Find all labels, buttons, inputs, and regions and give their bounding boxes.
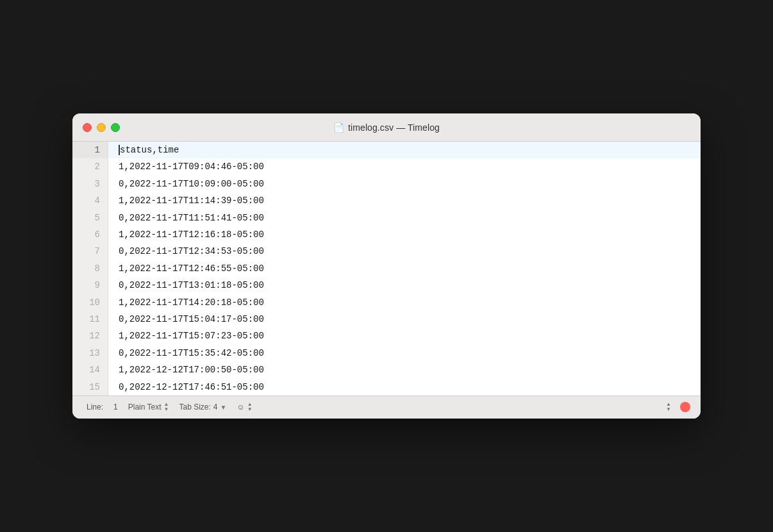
scroll-arrows-icon: ▲▼ (666, 402, 671, 412)
code-line-10: 1,2022-11-17T14:20:18-05:00 (108, 294, 701, 311)
line-number-7: 7 (72, 243, 108, 260)
line-number-display: 1 (110, 401, 122, 413)
line-number-6: 6 (72, 226, 108, 243)
line-number-8: 8 (72, 260, 108, 277)
emoji-arrows-icon: ▲▼ (247, 402, 253, 412)
code-line-11: 0,2022-11-17T15:04:17-05:00 (108, 311, 701, 328)
line-label-text: Line: (87, 403, 103, 411)
code-line-14: 1,2022-12-12T17:00:50-05:00 (108, 362, 701, 378)
code-line-15: 0,2022-12-12T17:46:51-05:00 (108, 379, 701, 395)
scroll-arrows[interactable]: ▲▼ (662, 401, 675, 413)
code-line-3: 0,2022-11-17T10:09:00-05:00 (108, 176, 701, 192)
text-cursor (119, 145, 120, 155)
titlebar: 📄 timelog.csv — Timelog (72, 113, 701, 142)
line-numbers: 123456789101112131415 (72, 142, 108, 395)
line-number-14: 14 (72, 362, 108, 378)
close-button[interactable] (83, 123, 92, 132)
line-number-value: 1 (113, 403, 118, 411)
file-icon: 📄 (333, 122, 344, 133)
code-area[interactable]: status,time1,2022-11-17T09:04:46-05:000,… (108, 142, 701, 395)
line-number-11: 11 (72, 311, 108, 328)
language-arrows-icon: ▲▼ (164, 402, 169, 412)
emoji-icon: ☺ (237, 403, 244, 411)
emoji-selector[interactable]: ☺ ▲▼ (233, 401, 256, 413)
line-number-4: 4 (72, 192, 108, 209)
line-number-9: 9 (72, 277, 108, 294)
editor-container: 123456789101112131415 status,time1,2022-… (72, 142, 701, 395)
tab-size-chevron-icon: ▼ (220, 404, 227, 411)
window-title: timelog.csv — Timelog (348, 122, 440, 133)
line-number-15: 15 (72, 379, 108, 395)
line-label: Line: (83, 401, 107, 413)
code-line-13: 0,2022-11-17T15:35:42-05:00 (108, 345, 701, 362)
line-number-13: 13 (72, 345, 108, 362)
line-number-1: 1 (72, 142, 108, 158)
status-dot (680, 402, 690, 412)
tab-size-selector[interactable]: Tab Size: 4 ▼ (175, 401, 230, 413)
code-line-12: 1,2022-11-17T15:07:23-05:00 (108, 328, 701, 344)
title-area: 📄 timelog.csv — Timelog (333, 122, 440, 133)
status-right: ▲▼ (662, 401, 690, 413)
code-line-8: 1,2022-11-17T12:46:55-05:00 (108, 260, 701, 277)
code-line-2: 1,2022-11-17T09:04:46-05:00 (108, 158, 701, 175)
statusbar: Line: 1 Plain Text ▲▼ Tab Size: 4 ▼ ☺ ▲▼ (72, 395, 701, 419)
tab-size-label: Tab Size: (179, 403, 210, 411)
tab-size-value: 4 (213, 403, 218, 411)
language-selector[interactable]: Plain Text ▲▼ (124, 401, 173, 413)
code-line-9: 0,2022-11-17T13:01:18-05:00 (108, 277, 701, 294)
line-number-5: 5 (72, 210, 108, 226)
traffic-lights (83, 123, 120, 132)
line-number-2: 2 (72, 158, 108, 175)
line-number-10: 10 (72, 294, 108, 311)
code-line-5: 0,2022-11-17T11:51:41-05:00 (108, 210, 701, 226)
code-line-4: 1,2022-11-17T11:14:39-05:00 (108, 192, 701, 209)
code-line-1: status,time (108, 142, 701, 158)
code-line-6: 1,2022-11-17T12:16:18-05:00 (108, 226, 701, 243)
app-window: 📄 timelog.csv — Timelog 1234567891011121… (72, 113, 701, 419)
maximize-button[interactable] (111, 123, 120, 132)
line-number-3: 3 (72, 176, 108, 192)
minimize-button[interactable] (97, 123, 106, 132)
code-lines: status,time1,2022-11-17T09:04:46-05:000,… (108, 142, 701, 395)
language-label: Plain Text (128, 403, 162, 411)
line-number-12: 12 (72, 328, 108, 344)
code-line-7: 0,2022-11-17T12:34:53-05:00 (108, 243, 701, 260)
